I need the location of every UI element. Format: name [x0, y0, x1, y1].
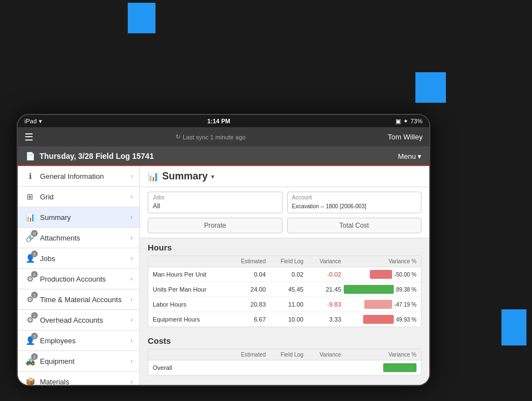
- decorative-square-top: [128, 3, 155, 33]
- row-variance: -0.02: [303, 271, 341, 278]
- main-content: ℹ General Information › ⊞ Grid › 📊 Summa…: [18, 166, 429, 386]
- status-left: iPad ▾: [24, 118, 42, 125]
- summary-header: 📊 Summary ▾: [140, 166, 429, 187]
- chevron-icon: ›: [131, 254, 133, 262]
- sidebar-label-time-material: Time & Material Accounts: [40, 295, 122, 304]
- chevron-icon: ›: [131, 275, 133, 283]
- row-estimated: 20.83: [228, 301, 266, 308]
- status-right: ▣ ✦ 73%: [395, 118, 423, 125]
- table-row: Units Per Man Hour 24.00 45.45 21.45 89.…: [148, 282, 421, 297]
- bar-label: -50.00 %: [394, 272, 416, 278]
- jobs-filter-value: All: [153, 202, 160, 210]
- materials-icon: 📦: [24, 376, 36, 386]
- sidebar-label-general: General Information: [40, 172, 104, 181]
- sidebar-item-employees[interactable]: 👤 3 Employees ›: [18, 330, 139, 351]
- sidebar-item-summary[interactable]: 📊 Summary ›: [18, 207, 139, 228]
- time-material-badge: 1: [31, 292, 38, 298]
- chevron-icon: ›: [131, 378, 133, 385]
- sidebar-label-jobs: Jobs: [40, 254, 55, 263]
- sidebar-item-materials[interactable]: 📦 Materials ›: [18, 372, 139, 386]
- summary-dropdown-icon[interactable]: ▾: [211, 173, 214, 181]
- sidebar-item-attachments[interactable]: 🔗 0 Attachments ›: [18, 228, 139, 248]
- sidebar-label-summary: Summary: [40, 213, 71, 222]
- total-cost-button[interactable]: Total Cost: [287, 218, 422, 233]
- sidebar-item-overhead[interactable]: ⚙ 1 Overhead Accounts ›: [18, 310, 139, 330]
- row-fieldlog: 0.02: [266, 271, 304, 278]
- sync-icon: ↻: [175, 133, 180, 141]
- filter-row: Jobs All Account Excavation -- 1800 [200…: [140, 187, 429, 238]
- sidebar-item-time-material[interactable]: ⚙ 1 Time & Material Accounts ›: [18, 289, 139, 310]
- sidebar-label-overhead: Overhead Accounts: [40, 316, 103, 324]
- overhead-icon: ⚙ 1: [24, 314, 36, 325]
- row-label: Overall: [153, 364, 228, 371]
- prorate-button[interactable]: Prorate: [148, 218, 283, 233]
- col-header-variance: Variance: [303, 258, 341, 264]
- header-title-group: 📄 Thursday, 3/28 Field Log 15741: [26, 152, 154, 161]
- row-label: Units Per Man Hour: [153, 286, 228, 293]
- bar-label: -47.19 %: [394, 302, 416, 308]
- sidebar-label-materials: Materials: [40, 378, 69, 386]
- col-header-fieldlog: Field Log: [266, 352, 304, 358]
- sidebar-item-jobs[interactable]: 👤 2 Jobs ›: [18, 248, 139, 269]
- row-variance: 3.33: [303, 316, 341, 323]
- row-estimated: 6.67: [228, 316, 266, 323]
- bar-label: 49.93 %: [396, 317, 416, 323]
- chevron-icon: ›: [131, 193, 133, 200]
- row-label: Labor Hours: [153, 301, 228, 308]
- variance-bar: [364, 300, 392, 309]
- time-material-icon: ⚙ 1: [24, 294, 36, 305]
- sidebar-item-general-information[interactable]: ℹ General Information ›: [18, 166, 139, 187]
- table-row: Labor Hours 20.83 11.00 -9.83 -47.19 %: [148, 297, 421, 312]
- hours-section: Hours Estimated Field Log Variance Varia…: [140, 238, 429, 332]
- attachment-icon: 🔗 0: [24, 232, 36, 243]
- chevron-icon: ›: [131, 316, 133, 324]
- bar-cell: 49.93 %: [341, 315, 416, 324]
- battery-display: 73%: [410, 118, 423, 124]
- col-header-variancepct: Variance %: [341, 258, 416, 264]
- production-icon: ⚙ 2: [24, 273, 36, 284]
- jobs-filter-label: Jobs: [153, 194, 278, 200]
- attachments-badge: 0: [31, 230, 38, 237]
- sidebar-item-production-accounts[interactable]: ⚙ 2 Production Accounts ›: [18, 269, 139, 289]
- menu-chevron-icon: ▾: [418, 152, 421, 161]
- bar-label: 89.38 %: [396, 287, 416, 293]
- variance-bar: [344, 285, 394, 294]
- menu-button[interactable]: Menu ▾: [398, 152, 421, 161]
- chevron-icon: ›: [131, 295, 133, 303]
- col-header-label: [153, 352, 228, 358]
- account-filter-value: Excavation -- 1800 [2006-003]: [292, 203, 367, 209]
- filter-grid: Jobs All Account Excavation -- 1800 [200…: [148, 192, 421, 213]
- costs-table: Estimated Field Log Variance Variance % …: [148, 349, 421, 375]
- equipment-badge: 1: [31, 353, 38, 360]
- col-header-variancepct: Variance %: [341, 352, 416, 358]
- bar-cell: -47.19 %: [341, 300, 416, 309]
- row-label: Man Hours Per Unit: [153, 271, 228, 278]
- chart-icon: 📊: [24, 212, 36, 223]
- menu-button-label: Menu: [398, 152, 416, 161]
- main-panel: 📊 Summary ▾ Jobs All Account Excavation …: [140, 166, 429, 386]
- hamburger-icon[interactable]: ☰: [24, 131, 33, 143]
- chevron-icon: ›: [131, 213, 133, 221]
- top-nav: ☰ ↻ Last sync 1 minute ago Tom Willey: [18, 127, 429, 147]
- sidebar-label-grid: Grid: [40, 193, 54, 201]
- employees-icon: 👤 3: [24, 335, 36, 346]
- sidebar-item-equipment[interactable]: 🚜 1 Equipment ›: [18, 351, 139, 372]
- costs-table-header: Estimated Field Log Variance Variance %: [148, 349, 421, 360]
- row-fieldlog: 10.00: [266, 316, 304, 323]
- status-bar: iPad ▾ 1:14 PM ▣ ✦ 73%: [18, 115, 429, 127]
- sidebar-label-production: Production Accounts: [40, 275, 106, 283]
- sync-info: ↻ Last sync 1 minute ago: [175, 133, 245, 141]
- row-estimated: 0.04: [228, 271, 266, 278]
- employees-badge: 3: [31, 333, 38, 339]
- time-display: 1:14 PM: [207, 118, 230, 124]
- sidebar-item-grid[interactable]: ⊞ Grid ›: [18, 187, 139, 207]
- row-fieldlog: 11.00: [266, 301, 304, 308]
- account-filter[interactable]: Account Excavation -- 1800 [2006-003]: [287, 192, 422, 213]
- jobs-filter[interactable]: Jobs All: [148, 192, 283, 213]
- col-header-variance: Variance: [303, 352, 341, 358]
- account-filter-label: Account: [292, 194, 417, 200]
- row-variance: -9.83: [303, 301, 341, 308]
- device-label: iPad: [24, 118, 37, 124]
- col-header-label: [153, 258, 228, 264]
- decorative-square-right-bottom: [501, 309, 526, 345]
